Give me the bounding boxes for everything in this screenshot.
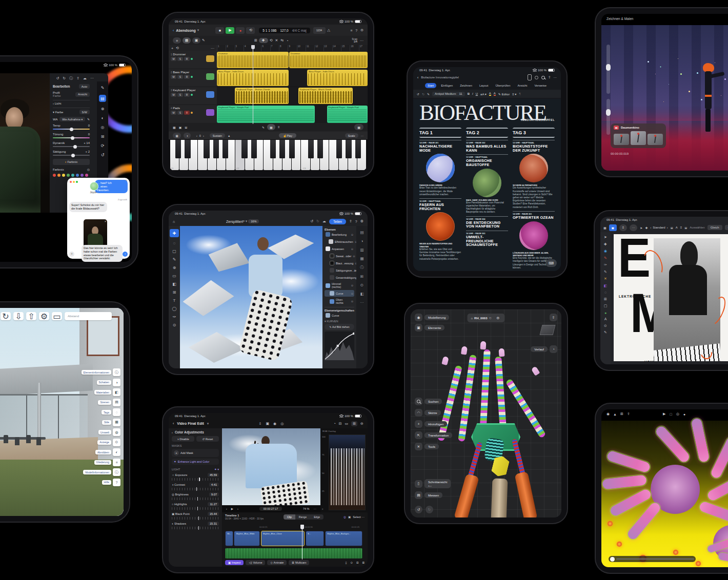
send-button[interactable]: ↑ (123, 252, 128, 257)
environment-icon[interactable]: ◍ (113, 428, 120, 436)
eyedropper-icon[interactable]: ✎ (87, 117, 90, 121)
panel-button-row[interactable]: Tags◌ (102, 408, 120, 416)
frame-thumbnail[interactable] (648, 134, 663, 145)
back-icon[interactable]: ‹ (173, 422, 174, 425)
redo-icon[interactable]: ↻ (422, 92, 424, 96)
mic-icon[interactable]: ◉ (273, 422, 276, 426)
zoom-level[interactable]: 16% (248, 219, 259, 223)
more-icon[interactable]: ··· (211, 47, 214, 50)
more-icon[interactable]: ··· (313, 507, 316, 510)
transformation-row[interactable]: ⇱Transformation (415, 431, 452, 439)
snap-control[interactable]: Snap1/4 (352, 38, 357, 44)
drag-to-image-button[interactable]: ✎ Auf Bild ziehen (325, 324, 354, 330)
layer-row[interactable]: Bearbeitung⊙ (325, 231, 354, 238)
region[interactable]: Drummer (289, 52, 368, 68)
color-dot[interactable] (76, 174, 79, 177)
export-icon[interactable]: ⇧ (550, 314, 557, 321)
lock-icon[interactable]: ▲ (613, 412, 617, 416)
tab-layout[interactable]: Layout (477, 83, 491, 88)
add-mask-button[interactable]: +Add Mask (172, 449, 219, 457)
modellierung-button[interactable]: Modellierung (424, 315, 449, 320)
fill-tool-icon[interactable]: ◉ (604, 249, 607, 253)
slider-shadows[interactable]: ◐ Shadows15.31 (172, 522, 219, 529)
solo-button[interactable]: S (177, 111, 183, 115)
render-canvas[interactable] (601, 421, 728, 567)
project-title[interactable]: Video Final Edit (177, 422, 204, 425)
shape-tool-icon[interactable]: ▢ (604, 304, 608, 308)
solo-button[interactable]: S (177, 57, 183, 61)
keyboard-toggle-icon[interactable]: ▦ (354, 124, 363, 130)
share-icon[interactable]: ⇧ (627, 412, 630, 416)
more-icon[interactable]: ··· (360, 39, 363, 43)
automation-icon[interactable]: ✎ (202, 38, 205, 43)
frame-thumbnail-selected[interactable] (631, 131, 646, 145)
join-tool-icon[interactable]: ⇆ (280, 38, 284, 43)
underline-button[interactable]: U (476, 92, 478, 95)
lasso-tool-icon[interactable]: ◌ (173, 241, 176, 245)
preset-select[interactable]: ‹Standard› (650, 226, 668, 229)
piano-black-key[interactable] (346, 140, 351, 158)
layer-row[interactable]: Gesamtsättigung⊙ (325, 274, 354, 281)
viewer-zoom[interactable]: 74 % (303, 507, 310, 510)
collapse-icon[interactable]: ⊖ (495, 315, 501, 321)
add-layer-icon[interactable]: ⊞ (360, 274, 363, 279)
region[interactable]: Keyboard Player - Block Chords (298, 88, 353, 104)
piano-black-key[interactable] (355, 140, 361, 158)
document-switcher[interactable]: Zersplittert* ▾ 16% (226, 219, 259, 223)
eye-icon[interactable]: ⊙ (351, 292, 353, 295)
undo-icon[interactable]: ↺ (415, 506, 422, 513)
metronome-icon[interactable]: △ (328, 28, 330, 32)
font-select[interactable]: Antipol Medium11 (432, 92, 465, 96)
faders-icon[interactable]: ≡ (278, 126, 280, 129)
record-enable-button[interactable]: R (184, 111, 190, 115)
layer-row[interactable]: Effektrauschen⊙ (325, 238, 354, 245)
piano-black-key[interactable] (279, 140, 285, 158)
brush-tool-icon[interactable]: ✎ (173, 257, 176, 262)
saturation-slider[interactable] (53, 155, 90, 156)
color-dot[interactable] (80, 174, 84, 177)
piano-black-key[interactable] (175, 140, 181, 158)
piano-black-key[interactable] (317, 140, 323, 158)
redo-icon[interactable]: ↻ (426, 506, 433, 513)
play-button[interactable]: ▶ (226, 27, 234, 34)
display-icon[interactable]: ⊙ (113, 439, 120, 446)
tab-start[interactable]: Start (425, 83, 436, 88)
cycle-button[interactable]: ⟲ (246, 27, 255, 34)
clip[interactable]: Sk... (225, 531, 233, 546)
track-header-pads[interactable]: 4 PadsMSR (169, 105, 217, 124)
undo-icon[interactable]: ↺ (310, 219, 313, 223)
slider-contrast[interactable]: ◑ Contrast4.41 (172, 483, 219, 490)
eyedropper-icon[interactable]: ◌ (604, 291, 606, 294)
tab-ueberpruefen[interactable]: Überprüfen (493, 83, 513, 88)
history-icon[interactable]: ◔ (550, 345, 557, 353)
fill-bucket-icon[interactable]: ◧ (604, 284, 608, 288)
split-keys-icon[interactable]: ◑ (184, 133, 191, 138)
tab-verweise[interactable]: Verweise (532, 83, 549, 88)
track-header-bass[interactable]: 2 Bass PlayerMSR (169, 69, 217, 87)
edit-mode-segment[interactable]: ClipRangeEdge (284, 514, 323, 520)
share-icon[interactable]: ⇧ (76, 76, 79, 81)
layers-icon[interactable]: ≡ (619, 224, 627, 231)
light-section[interactable]: LIGHT (172, 468, 180, 471)
tint-slider[interactable] (53, 137, 90, 138)
font-color-button[interactable]: A (494, 92, 496, 96)
solo-button[interactable]: S (177, 75, 183, 79)
loop-tool-icon[interactable]: ⟲ (270, 38, 273, 43)
animation-canvas[interactable] (601, 25, 728, 171)
text-tool-icon[interactable]: A (604, 317, 607, 321)
redo-icon[interactable]: ↻ (316, 219, 319, 223)
select-tool-icon[interactable]: ▢ (172, 249, 176, 254)
poster-canvas[interactable]: E M LEKTRONISCHE USIK AV SO (614, 234, 728, 361)
settings-icon[interactable]: ⚙ (360, 219, 363, 223)
export-icon[interactable]: ⇧ (349, 219, 352, 223)
tab-ansicht[interactable]: Ansicht (515, 83, 530, 88)
dual-view-icon[interactable]: ▭ (345, 422, 349, 426)
move-tool-icon[interactable]: ✚ (170, 229, 179, 237)
redo-icon[interactable]: ↻ (63, 76, 66, 81)
move-tool-icon[interactable]: ✚ (604, 242, 607, 246)
cloud-sync-icon[interactable]: ☁ (83, 76, 87, 81)
window-controls[interactable] (70, 181, 79, 183)
track-header-keys[interactable]: 3 Keyboard PlayerMSR (169, 87, 217, 105)
more-icon[interactable]: ··· (554, 76, 557, 79)
share-button[interactable]: Teilen (329, 219, 346, 224)
